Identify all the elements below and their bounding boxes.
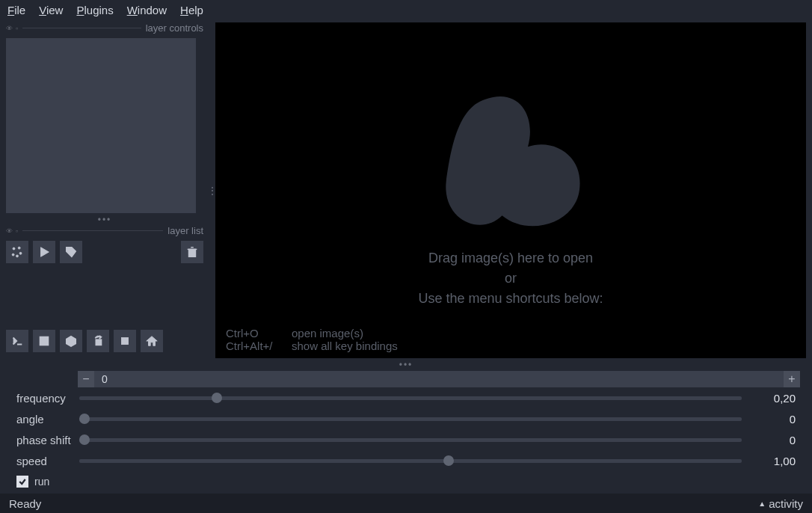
- svg-point-2: [12, 254, 14, 256]
- status-activity[interactable]: activity: [769, 497, 803, 510]
- menu-view[interactable]: View: [39, 4, 63, 16]
- menu-window[interactable]: Window: [127, 4, 167, 16]
- eye-icon[interactable]: 👁: [6, 227, 13, 235]
- horizontal-splitter[interactable]: •••: [6, 215, 203, 225]
- cube-icon[interactable]: [60, 330, 82, 352]
- svg-rect-19: [122, 338, 129, 345]
- svg-point-4: [16, 255, 19, 257]
- trash-icon[interactable]: [181, 241, 203, 263]
- eye-icon[interactable]: 👁: [6, 25, 13, 32]
- scatter-icon[interactable]: [6, 241, 28, 263]
- speed-slider[interactable]: [79, 455, 742, 466]
- spinner-value[interactable]: 0: [94, 373, 784, 385]
- phase-value: 0: [748, 434, 806, 446]
- collapse-icon[interactable]: ▫: [16, 227, 18, 235]
- spinner-minus-button[interactable]: −: [78, 371, 94, 387]
- svg-rect-7: [189, 249, 196, 256]
- vertical-splitter[interactable]: ⋮: [209, 22, 215, 358]
- spinner-row: − 0 +: [78, 371, 800, 387]
- svg-point-0: [13, 248, 15, 250]
- svg-point-6: [68, 249, 70, 251]
- svg-marker-5: [41, 248, 49, 257]
- angle-slider[interactable]: [79, 414, 742, 424]
- layer-controls-label: layer controls: [146, 22, 203, 34]
- frequency-slider[interactable]: [79, 393, 742, 403]
- menu-file[interactable]: File: [7, 4, 25, 16]
- drop-instructions: Drag image(s) here to open or Use the me…: [418, 248, 603, 309]
- home-icon[interactable]: [141, 330, 163, 352]
- angle-label: angle: [6, 413, 73, 426]
- collapse-icon[interactable]: ▫: [16, 25, 18, 32]
- square-icon[interactable]: [33, 330, 55, 352]
- frequency-value: 0,20: [748, 392, 806, 405]
- svg-point-1: [18, 247, 20, 249]
- rotate-icon[interactable]: [87, 330, 109, 352]
- run-label: run: [34, 476, 49, 488]
- spinner-plus-button[interactable]: +: [784, 371, 800, 387]
- canvas-droparea[interactable]: Drag image(s) here to open or Use the me…: [215, 22, 806, 358]
- chevron-up-icon[interactable]: ▲: [758, 500, 766, 508]
- speed-label: speed: [6, 455, 73, 467]
- svg-rect-18: [96, 340, 101, 345]
- console-icon[interactable]: [6, 330, 28, 352]
- horizontal-splitter-bottom[interactable]: •••: [6, 360, 806, 370]
- angle-value: 0: [748, 413, 806, 426]
- phase-label: phase shift: [6, 434, 73, 446]
- tag-icon[interactable]: [60, 241, 82, 263]
- menu-help[interactable]: Help: [180, 4, 203, 16]
- svg-point-3: [19, 252, 22, 254]
- status-left: Ready: [9, 497, 41, 510]
- shortcuts-list: Ctrl+Oopen image(s) Ctrl+Alt+/show all k…: [226, 327, 398, 352]
- menubar: File View Plugins Window Help: [0, 0, 812, 22]
- play-icon[interactable]: [33, 241, 55, 263]
- statusbar: Ready ▲ activity: [0, 494, 812, 513]
- layer-list-header: 👁▫ layer list: [6, 225, 203, 236]
- svg-rect-13: [40, 337, 49, 345]
- layer-list-label: layer list: [167, 225, 203, 236]
- menu-plugins[interactable]: Plugins: [76, 4, 113, 16]
- phase-slider[interactable]: [79, 434, 742, 445]
- frequency-label: frequency: [6, 392, 73, 405]
- layer-controls-header: 👁▫ layer controls: [6, 22, 203, 34]
- speed-value: 1,00: [748, 455, 806, 467]
- stop-icon[interactable]: [114, 330, 136, 352]
- run-checkbox[interactable]: [16, 476, 28, 488]
- preview-canvas[interactable]: [6, 38, 196, 213]
- blob-placeholder-icon: [425, 82, 597, 256]
